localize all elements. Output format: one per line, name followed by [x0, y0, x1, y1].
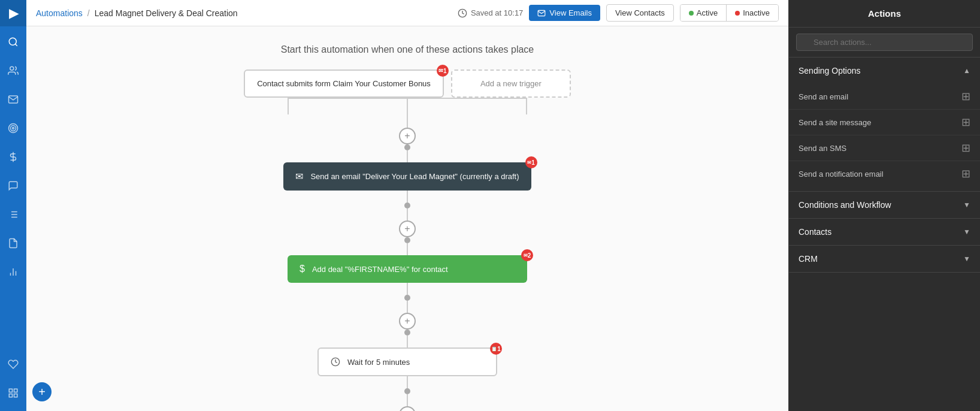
sending-options-chevron: ▲: [963, 67, 970, 75]
sidebar-item-search[interactable]: [0, 29, 26, 55]
panel-title: Actions: [868, 8, 901, 19]
topbar: Automations / Lead Magnet Delivery & Dea…: [26, 0, 788, 26]
view-emails-label: View Emails: [549, 8, 592, 17]
sidebar-item-emails[interactable]: [0, 86, 26, 113]
sidebar-logo[interactable]: ▶: [0, 0, 26, 26]
plus-btn-1[interactable]: +: [399, 128, 416, 144]
inactive-button[interactable]: Inactive: [727, 5, 778, 21]
crm-label: CRM: [798, 254, 818, 264]
connector-dot-3: [404, 237, 410, 243]
merge-line-right: [407, 98, 527, 99]
inactive-dot: [735, 11, 740, 16]
contacts-chevron: ▼: [963, 228, 970, 236]
deal-action-box[interactable]: $ Add deal "%FIRSTNAME%" for contact ✉2: [288, 255, 527, 283]
right-panel: Actions 🔍 Sending Options ▲ Send an emai…: [788, 0, 980, 411]
sidebar-item-lists[interactable]: [0, 201, 26, 228]
connector-dot-2: [404, 203, 410, 208]
svg-rect-17: [14, 389, 17, 392]
panel-item-sms[interactable]: Send an SMS ⊞: [789, 135, 980, 161]
view-emails-button[interactable]: View Emails: [529, 5, 600, 21]
connector-5: [404, 330, 410, 347]
contacts-section: Contacts ▼: [789, 219, 980, 246]
sending-options-items: Send an email ⊞ Send a site message ⊞ Se…: [789, 84, 980, 191]
panel-item-send-email[interactable]: Send an email ⊞: [789, 84, 980, 110]
plus-btn-4[interactable]: +: [399, 406, 416, 411]
panel-item-send-email-add[interactable]: ⊞: [961, 90, 970, 103]
merge-line-left: [288, 98, 407, 99]
wait-action-label: Wait for 5 minutes: [347, 358, 410, 367]
saved-indicator: Saved at 10:17: [458, 8, 523, 18]
sidebar-item-settings[interactable]: [0, 380, 26, 406]
connector-2: [404, 191, 410, 220]
email-action-box[interactable]: ✉ Send an email "Deliver Your Lead Magne…: [283, 162, 531, 191]
crm-section: CRM ▼: [789, 246, 980, 273]
sidebar-item-contacts[interactable]: [0, 58, 26, 84]
panel-item-notification-email-label: Send a notification email: [798, 170, 884, 179]
svg-point-4: [11, 126, 16, 131]
panel-item-sms-add[interactable]: ⊞: [961, 141, 970, 155]
contacts-header[interactable]: Contacts ▼: [789, 219, 980, 245]
wait-action-box[interactable]: Wait for 5 minutes 📋1: [317, 347, 497, 376]
search-box: 🔍: [789, 28, 980, 58]
add-trigger-label: Add a new trigger: [480, 79, 542, 88]
svg-rect-18: [14, 394, 17, 397]
svg-rect-19: [9, 394, 12, 397]
active-button[interactable]: Active: [680, 5, 727, 21]
bottom-add-button[interactable]: +: [32, 382, 52, 401]
sidebar-item-deals[interactable]: [0, 144, 26, 170]
conditions-workflow-chevron: ▼: [963, 201, 970, 209]
crm-header[interactable]: CRM ▼: [789, 246, 980, 272]
main-content: Automations / Lead Magnet Delivery & Dea…: [26, 0, 788, 411]
sidebar-item-favorites[interactable]: [0, 351, 26, 377]
conditions-workflow-header[interactable]: Conditions and Workflow ▼: [789, 192, 980, 218]
svg-rect-16: [9, 389, 12, 392]
plus-btn-3[interactable]: +: [399, 313, 416, 330]
svg-line-1: [15, 44, 17, 46]
sending-options-label: Sending Options: [798, 66, 861, 75]
email-action-badge: ✉1: [525, 156, 537, 168]
panel-item-notification-email[interactable]: Send a notification email ⊞: [789, 161, 980, 186]
view-contacts-label: View Contacts: [615, 8, 665, 17]
canvas-area: Start this automation when one of these …: [26, 26, 788, 411]
trigger-row: Contact submits form Claim Your Customer…: [244, 69, 571, 98]
breadcrumb-automations[interactable]: Automations: [36, 8, 83, 18]
sending-options-section: Sending Options ▲ Send an email ⊞ Send a…: [789, 58, 980, 192]
merge-line-center: [407, 98, 408, 128]
svg-point-5: [13, 128, 14, 129]
panel-item-site-message[interactable]: Send a site message ⊞: [789, 110, 980, 135]
logo-icon: ▶: [9, 6, 18, 20]
connector-line-3: [407, 208, 408, 220]
canvas-title: Start this automation when one of these …: [281, 44, 534, 55]
sidebar-item-pages[interactable]: [0, 230, 26, 256]
connector-line-1: [407, 150, 408, 162]
connector-dot-1: [404, 144, 410, 150]
contacts-label: Contacts: [798, 227, 831, 237]
connector-dot-6: [404, 388, 410, 394]
connector-line-4: [407, 243, 408, 255]
sidebar-item-messages[interactable]: [0, 173, 26, 199]
panel-item-site-message-label: Send a site message: [798, 118, 871, 127]
panel-header: Actions: [789, 0, 980, 28]
connector-line-5: [407, 283, 408, 295]
search-input[interactable]: [796, 34, 973, 51]
sending-options-header[interactable]: Sending Options ▲: [789, 58, 980, 84]
panel-item-send-email-label: Send an email: [798, 92, 848, 101]
add-trigger-box[interactable]: Add a new trigger: [451, 69, 571, 98]
inactive-label: Inactive: [743, 8, 770, 17]
trigger-box[interactable]: Contact submits form Claim Your Customer…: [244, 69, 444, 98]
panel-item-notification-email-add[interactable]: ⊞: [961, 167, 970, 180]
view-contacts-button[interactable]: View Contacts: [606, 4, 674, 22]
merge-line-right-vert: [526, 98, 527, 114]
wait-clock-icon: [331, 357, 340, 367]
connector-line-6: [407, 301, 408, 313]
merge-line-left-vert: [288, 98, 289, 114]
connector-4: [404, 283, 410, 313]
sidebar-item-targets[interactable]: [0, 115, 26, 141]
deal-action-label: Add deal "%FIRSTNAME%" for contact: [312, 265, 448, 274]
sidebar: ▶: [0, 0, 26, 411]
panel-item-site-message-add[interactable]: ⊞: [961, 116, 970, 129]
sidebar-item-reports[interactable]: [0, 259, 26, 285]
plus-btn-2[interactable]: +: [399, 220, 416, 237]
panel-item-sms-label: Send an SMS: [798, 144, 846, 153]
conditions-workflow-section: Conditions and Workflow ▼: [789, 192, 980, 219]
